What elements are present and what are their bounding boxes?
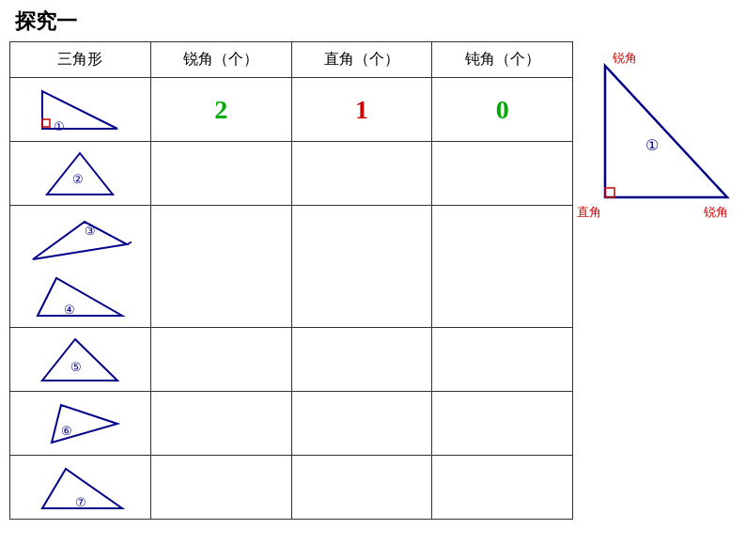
answer-acute-7	[150, 456, 291, 520]
col-header-obtuse: 钝角（个）	[432, 42, 573, 78]
svg-rect-1	[42, 119, 50, 127]
answer-acute-2	[150, 142, 291, 206]
svg-text:①: ①	[645, 137, 659, 153]
shape-cell-2: ②	[10, 142, 151, 206]
answer-right-7	[291, 456, 432, 520]
answer-right-1: 1	[291, 78, 432, 142]
shape-cell-1: ①	[10, 78, 151, 142]
table-row: ① 2 1 0	[10, 78, 573, 142]
table-row: ②	[10, 142, 573, 206]
svg-text:①: ①	[54, 119, 65, 133]
table-row: ③ ④	[10, 206, 573, 328]
svg-text:锐角: 锐角	[703, 205, 728, 219]
table-row: ⑤	[10, 328, 573, 392]
side-diagram: ① 锐角 直角 锐角	[577, 47, 737, 235]
shape-cell-6: ⑥	[10, 392, 151, 456]
svg-rect-18	[605, 188, 614, 197]
col-header-acute: 锐角（个）	[150, 42, 291, 78]
svg-text:⑤: ⑤	[70, 360, 82, 374]
shape-cell-5: ⑤	[10, 328, 151, 392]
svg-text:锐角: 锐角	[612, 51, 637, 65]
svg-marker-9	[38, 278, 122, 316]
shape-cell-34: ③ ④	[10, 206, 151, 328]
answer-obtuse-5	[432, 328, 573, 392]
col-header-shape: 三角形	[10, 42, 151, 78]
svg-line-7	[127, 239, 132, 244]
shape-cell-7: ⑦	[10, 456, 151, 520]
answer-right-2	[291, 142, 432, 206]
answer-obtuse-1: 0	[432, 78, 573, 142]
page-title: 探究一	[0, 0, 746, 41]
table-row: ⑥	[10, 392, 573, 456]
svg-text:④: ④	[64, 303, 75, 317]
svg-text:②: ②	[72, 172, 84, 186]
svg-text:直角: 直角	[577, 205, 601, 219]
svg-marker-5	[33, 222, 127, 259]
answer-acute-3	[150, 206, 291, 328]
answer-right-6	[291, 392, 432, 456]
answer-right-5	[291, 328, 432, 392]
answer-acute-6	[150, 392, 291, 456]
answer-right-3	[291, 206, 432, 328]
col-header-right: 直角（个）	[291, 42, 432, 78]
table-row: ⑦	[10, 456, 573, 520]
answer-obtuse-3	[432, 206, 573, 328]
svg-text:③: ③	[85, 224, 96, 238]
svg-text:⑥: ⑥	[61, 424, 72, 438]
answer-acute-5	[150, 328, 291, 392]
main-table: 三角形 锐角（个） 直角（个） 钝角（个） ① 2 1 0	[9, 41, 573, 520]
svg-text:⑦: ⑦	[75, 495, 86, 509]
answer-obtuse-6	[432, 392, 573, 456]
answer-obtuse-2	[432, 142, 573, 206]
answer-acute-1: 2	[150, 78, 291, 142]
svg-marker-17	[605, 66, 727, 197]
answer-obtuse-7	[432, 456, 573, 520]
